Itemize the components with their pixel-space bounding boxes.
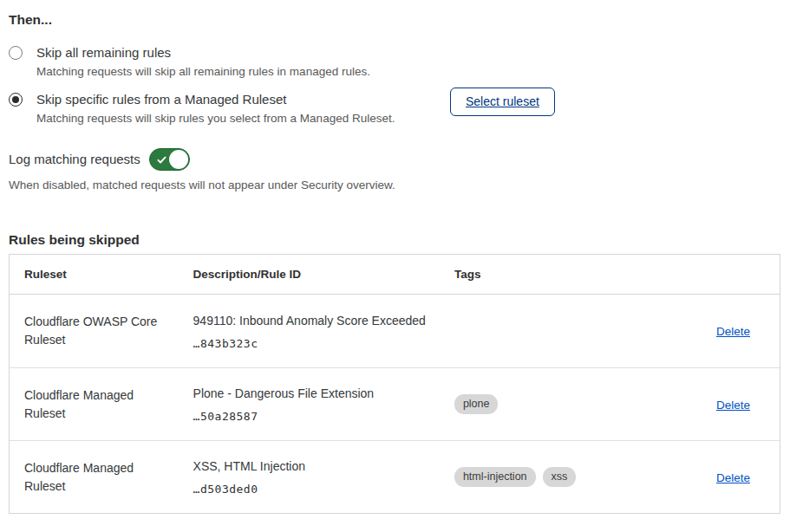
radio-skip-specific-rules[interactable] (9, 93, 23, 107)
description-cell: Plone - Dangerous File Extension…50a2858… (193, 367, 454, 440)
waf-rule-then-panel: Then... Skip all remaining rules Matchin… (0, 0, 790, 532)
column-header-description: Description/Rule ID (193, 255, 454, 295)
rule-description: Plone - Dangerous File Extension (193, 386, 437, 402)
column-header-ruleset: Ruleset (10, 255, 193, 295)
tag-pill: xss (543, 467, 577, 487)
option-label[interactable]: Skip specific rules from a Managed Rules… (36, 90, 395, 109)
log-matching-requests-row: Log matching requests (9, 148, 780, 171)
log-toggle-switch[interactable] (149, 148, 190, 171)
ruleset-cell: Cloudflare OWASP Core Ruleset (10, 295, 193, 367)
actions-cell: Delete (667, 367, 780, 440)
toggle-knob (169, 150, 188, 169)
table-row: Cloudflare Managed RulesetPlone - Danger… (10, 367, 780, 440)
actions-cell: Delete (667, 440, 780, 513)
rules-being-skipped-table: Ruleset Description/Rule ID Tags Cloudfl… (9, 254, 780, 514)
option-skip-specific-rules: Skip specific rules from a Managed Rules… (9, 90, 780, 127)
option-description: Matching requests will skip rules you se… (36, 110, 395, 127)
select-ruleset-button[interactable]: Select ruleset (450, 88, 555, 116)
delete-button[interactable]: Delete (716, 399, 750, 412)
radio-skip-all-rules[interactable] (9, 46, 23, 60)
option-text: Skip specific rules from a Managed Rules… (36, 90, 395, 127)
log-toggle-description: When disabled, matched requests will not… (9, 177, 780, 194)
log-toggle-label: Log matching requests (9, 148, 140, 171)
option-text: Skip all remaining rules Matching reques… (36, 43, 370, 81)
option-skip-all-rules: Skip all remaining rules Matching reques… (9, 43, 780, 81)
rule-id: …50a28587 (193, 410, 437, 423)
tags-cell: html-injectionxss (454, 440, 667, 513)
column-header-tags: Tags (454, 255, 667, 295)
option-label[interactable]: Skip all remaining rules (36, 43, 370, 62)
rules-table-title: Rules being skipped (9, 230, 780, 249)
actions-cell: Delete (667, 295, 780, 367)
ruleset-cell: Cloudflare Managed Ruleset (10, 440, 193, 513)
description-cell: 949110: Inbound Anomaly Score Exceeded…8… (193, 295, 454, 367)
tags-cell (454, 295, 667, 367)
rule-id: …d503ded0 (193, 483, 437, 496)
description-cell: XSS, HTML Injection…d503ded0 (193, 440, 454, 513)
tag-pill: html-injection (454, 467, 536, 487)
column-header-actions (667, 255, 780, 295)
ruleset-cell: Cloudflare Managed Ruleset (10, 367, 193, 440)
table-row: Cloudflare Managed RulesetXSS, HTML Inje… (10, 440, 780, 513)
tags-cell: plone (454, 367, 667, 440)
tag-pill: plone (454, 394, 499, 414)
option-description: Matching requests will skip all remainin… (36, 63, 370, 81)
delete-button[interactable]: Delete (716, 471, 750, 484)
rule-description: 949110: Inbound Anomaly Score Exceeded (193, 313, 437, 329)
rule-description: XSS, HTML Injection (193, 458, 437, 475)
table-header-row: Ruleset Description/Rule ID Tags (10, 255, 780, 295)
check-icon (156, 154, 167, 165)
delete-button[interactable]: Delete (716, 325, 750, 338)
then-section-title: Then... (9, 11, 780, 29)
rules-table-body: Cloudflare OWASP Core Ruleset949110: Inb… (10, 295, 780, 513)
table-row: Cloudflare OWASP Core Ruleset949110: Inb… (10, 295, 780, 367)
rule-id: …843b323c (193, 337, 437, 350)
